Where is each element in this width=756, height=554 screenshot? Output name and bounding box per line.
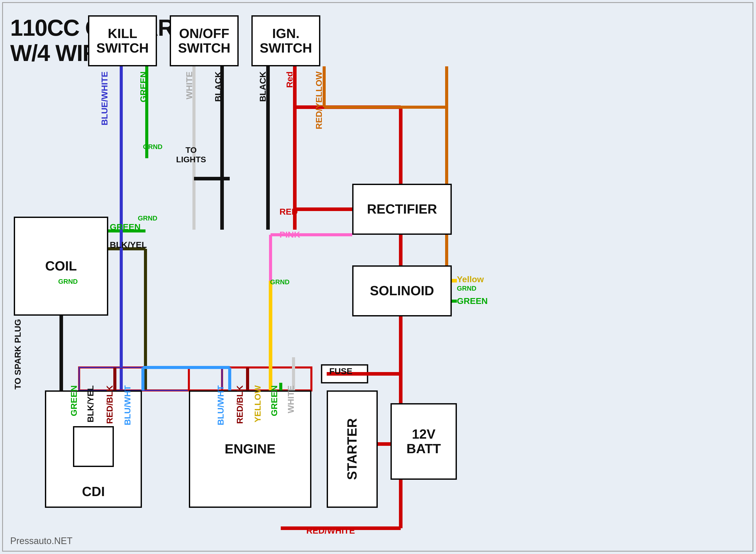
grnd-kill: GRND: [143, 143, 163, 151]
svg-rect-21: [79, 368, 222, 390]
fuse-label: FUSE: [329, 366, 353, 376]
wire-black-onoff: BLACK: [213, 71, 223, 102]
wire-white-engine: WHITE: [286, 385, 296, 413]
kill-switch-component: KILLSWITCH: [88, 15, 157, 66]
wire-black-ign: BLACK: [258, 71, 268, 102]
wire-redblk-engine: RED/BLK: [235, 385, 245, 424]
wire-yellow-solinoid: Yellow: [457, 274, 484, 284]
to-lights-label: TOLIGHTS: [176, 146, 206, 164]
grnd-coil: GRND: [138, 214, 158, 222]
wire-bluwht-engine: BLU/WHT: [216, 385, 226, 425]
svg-rect-22: [79, 368, 222, 390]
wire-redblk-cdi: RED/BLK: [105, 385, 115, 424]
wire-blkyal-cdi: BLK/YEL: [86, 385, 96, 422]
wire-green-cdi: GREEN: [69, 385, 79, 416]
rectifier-component: RECTIFIER: [352, 184, 452, 235]
ign-switch-component: IGN.SWITCH: [252, 15, 320, 66]
wire-pink-rectifier: PINK: [279, 230, 300, 240]
battery-component: 12VBATT: [390, 403, 457, 480]
wire-blkyal-coil: BLK/YEL: [110, 240, 147, 250]
wire-white-onoff: WHITE: [184, 71, 194, 100]
to-spark-plug-label: TO SPARK PLUG: [13, 319, 23, 389]
wire-green-kill: GREEN: [138, 71, 148, 102]
wire-bluwht-cdi: BLU/WHT: [122, 385, 132, 425]
coil-component: COIL: [14, 217, 108, 316]
starter-component: STARTER: [327, 390, 378, 508]
watermark: Pressauto.NET: [10, 536, 72, 546]
wire-green-coil: GREEN: [110, 222, 141, 232]
solinoid-component: SOLINOID: [352, 265, 452, 317]
wire-blue-white-kill: BLUE/WHITE: [100, 71, 109, 125]
wire-green-engine: GREEN: [269, 385, 279, 416]
wire-green-solinoid: GREEN: [457, 296, 488, 306]
wire-red-ign: Red: [284, 71, 294, 88]
wire-yellow-engine: YELLOW: [253, 385, 263, 422]
diagram-container: 110CC GO KART W/4 WIRE CDI COIL CDI KILL…: [0, 0, 756, 554]
onoff-switch-component: ON/OFFSWITCH: [170, 15, 239, 66]
wire-red-rectifier: RED: [279, 207, 298, 217]
wire-red-white-bottom: RED/WHITE: [306, 526, 355, 536]
grnd-solinoid: GRND: [457, 284, 477, 292]
grnd-engine: GRND: [270, 278, 290, 286]
wire-red-yellow: RED/YELLOW: [314, 71, 324, 129]
grnd-coil-bottom: GRND: [58, 278, 78, 285]
